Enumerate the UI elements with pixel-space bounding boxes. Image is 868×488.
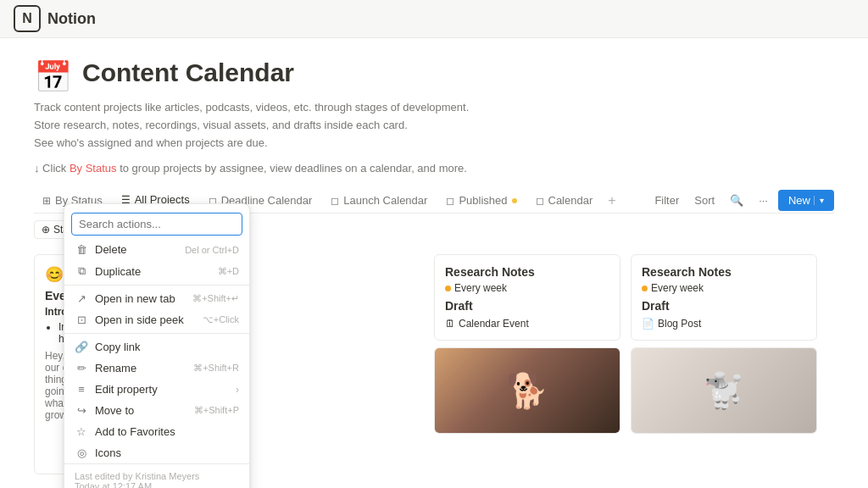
add-tab-button[interactable]: + — [603, 190, 620, 212]
dot-orange-2 — [642, 286, 648, 291]
menu-item-open-side-peek[interactable]: ⊡ Open in side peek ⌥+Click — [64, 309, 249, 330]
page-header: 📅 Content Calendar — [34, 58, 834, 92]
blog-post-icon: 📄 — [642, 318, 654, 330]
menu-copy-link-label: Copy link — [95, 341, 239, 353]
published-dot — [512, 198, 517, 203]
notion-logo: N Notion — [14, 5, 96, 32]
tab-launch-calendar[interactable]: ◻ Launch Calendar — [322, 189, 436, 212]
card-rn1-tag-area: 🗓 Calendar Event — [445, 318, 609, 330]
edit-property-arrow: › — [236, 384, 239, 396]
menu-open-side-peek-shortcut: ⌥+Click — [203, 314, 239, 325]
dog-black-image: 🐕 — [435, 348, 620, 433]
menu-footer: Last edited by Kristina Meyers Today at … — [64, 463, 249, 488]
menu-item-duplicate[interactable]: ⧉ Duplicate ⌘+D — [64, 260, 249, 282]
context-menu: 🗑 Delete Del or Ctrl+D ⧉ Duplicate ⌘+D ↗… — [64, 203, 250, 488]
filter-status-icon: ⊕ — [42, 224, 50, 236]
menu-open-new-tab-label: Open in new tab — [95, 292, 186, 305]
tab-label-launch: Launch Calendar — [343, 194, 427, 207]
menu-divider-1 — [64, 285, 249, 286]
cards-area: 😊 Event 1 Introduction (15 seconds) Intr… — [34, 246, 834, 481]
card-rn2-title: Research Notes — [642, 265, 806, 279]
card-research-notes-2[interactable]: Research Notes Every week Draft 📄 Blog P… — [631, 254, 817, 341]
menu-divider-2 — [64, 333, 249, 334]
card-research-notes-1[interactable]: Research Notes Every week Draft 🗓 Calend… — [434, 254, 620, 341]
new-button[interactable]: New ▾ — [778, 190, 834, 211]
hint-prefix: ↓ Click — [34, 162, 70, 175]
desc-line3: See who's assigned and when projects are… — [34, 135, 834, 152]
menu-icons-label: Icons — [95, 446, 239, 459]
hint-status[interactable]: By Status — [70, 162, 117, 175]
desc-line2: Store research, notes, recordings, visua… — [34, 117, 834, 135]
menu-duplicate-label: Duplicate — [95, 265, 211, 278]
tab-icon-by-status: ⊞ — [42, 195, 51, 207]
menu-delete-shortcut: Del or Ctrl+D — [185, 245, 239, 255]
card-col-3: Research Notes Every week Draft 📄 Blog P… — [631, 254, 817, 481]
page-hint: ↓ Click By Status to group projects by a… — [34, 162, 834, 175]
card-rn2-tag-area: 📄 Blog Post — [642, 318, 806, 330]
card-rn1-title: Research Notes — [445, 265, 609, 279]
delete-icon: 🗑 — [75, 243, 88, 256]
tab-icon-launch: ◻ — [331, 195, 339, 207]
sort-button[interactable]: Sort — [689, 191, 720, 210]
tab-calendar[interactable]: ◻ Calendar — [527, 189, 602, 212]
card-col-2: Research Notes Every week Draft 🗓 Calend… — [434, 254, 620, 481]
menu-move-to-shortcut: ⌘+Shift+P — [194, 405, 239, 416]
dot-orange-1 — [445, 286, 451, 291]
menu-footer-line2: Today at 12:17 AM — [75, 481, 239, 488]
card-rn1-tag: Calendar Event — [459, 318, 529, 330]
calendar-event-icon: 🗓 — [445, 318, 455, 330]
tab-bar-right: Filter Sort 🔍 ··· New ▾ — [649, 190, 834, 211]
duplicate-icon: ⧉ — [75, 264, 88, 278]
context-search-input[interactable] — [71, 213, 242, 236]
menu-duplicate-shortcut: ⌘+D — [218, 266, 239, 277]
filter-button[interactable]: Filter — [649, 191, 684, 210]
menu-delete-label: Delete — [95, 243, 178, 256]
search-box-wrap — [64, 208, 249, 239]
card-rn2-status: Draft — [642, 299, 806, 313]
desc-line1: Track content projects like articles, po… — [34, 99, 834, 117]
menu-rename-label: Rename — [95, 362, 186, 374]
card-dog-black[interactable]: 🐕 — [434, 347, 620, 434]
menu-item-edit-property[interactable]: ≡ Edit property › — [64, 379, 249, 400]
menu-item-open-new-tab[interactable]: ↗ Open in new tab ⌘+Shift+↵ — [64, 288, 249, 309]
tab-label-calendar: Calendar — [548, 194, 593, 207]
menu-item-rename[interactable]: ✏ Rename ⌘+Shift+R — [64, 358, 249, 379]
card-rn1-status: Draft — [445, 299, 609, 313]
icons-icon: ◎ — [75, 446, 88, 459]
page-description: Track content projects like articles, po… — [34, 99, 834, 152]
move-to-icon: ↪ — [75, 404, 88, 417]
menu-footer-line1: Last edited by Kristina Meyers — [75, 471, 239, 481]
menu-open-new-tab-shortcut: ⌘+Shift+↵ — [192, 293, 239, 304]
add-favorites-icon: ☆ — [75, 425, 88, 438]
open-side-peek-icon: ⊡ — [75, 313, 88, 326]
page-title: Content Calendar — [82, 58, 294, 87]
menu-item-add-favorites[interactable]: ☆ Add to Favorites — [64, 421, 249, 442]
menu-item-icons[interactable]: ◎ Icons — [64, 442, 249, 463]
left-card-area: 😊 Event 1 Introduction (15 seconds) Intr… — [34, 254, 220, 481]
more-button[interactable]: ··· — [754, 191, 773, 210]
copy-link-icon: 🔗 — [75, 341, 88, 353]
card-rn1-freq: Every week — [454, 282, 507, 294]
app-name: Notion — [47, 10, 96, 28]
notion-icon: N — [14, 5, 41, 32]
menu-item-delete[interactable]: 🗑 Delete Del or Ctrl+D — [64, 239, 249, 260]
menu-rename-shortcut: ⌘+Shift+R — [193, 363, 239, 374]
new-button-chevron: ▾ — [814, 196, 824, 205]
menu-add-favorites-label: Add to Favorites — [95, 425, 239, 438]
hint-suffix: to group projects by assignee, view dead… — [117, 162, 467, 175]
page-emoji: 📅 — [34, 62, 72, 92]
open-new-tab-icon: ↗ — [75, 292, 88, 305]
dog-white-image: 🐩 — [632, 348, 816, 433]
rename-icon: ✏ — [75, 362, 88, 374]
tab-icon-published: ◻ — [446, 195, 454, 207]
search-button[interactable]: 🔍 — [725, 191, 748, 210]
tab-published[interactable]: ◻ Published — [437, 189, 525, 212]
main-content: 📅 Content Calendar Track content project… — [0, 38, 868, 488]
menu-item-move-to[interactable]: ↪ Move to ⌘+Shift+P — [64, 400, 249, 421]
card-rn2-tag: Blog Post — [658, 318, 701, 330]
edit-property-icon: ≡ — [75, 383, 88, 396]
card-dog-white[interactable]: 🐩 — [631, 347, 817, 434]
tab-icon-calendar: ◻ — [536, 195, 544, 207]
menu-item-copy-link[interactable]: 🔗 Copy link — [64, 336, 249, 358]
menu-edit-property-label: Edit property — [95, 383, 229, 396]
